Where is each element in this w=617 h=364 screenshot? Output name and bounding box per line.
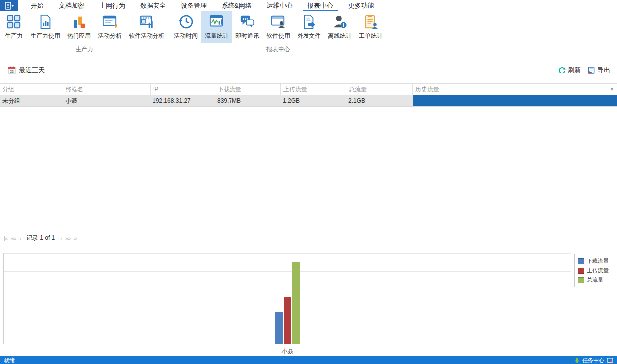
ribbon-item-label: 活动时间 — [174, 32, 198, 40]
next-page-button[interactable]: › — [60, 235, 62, 241]
last-page-button[interactable]: »| — [74, 235, 77, 241]
ribbon-item-label: 离线统计 — [328, 32, 352, 40]
tab-more-features[interactable]: 更多功能 — [341, 0, 382, 11]
traffic-table: 分组 终端名 IP 下载流量 上传流量 总流量 历史流量 ▼ 未分组 小聂 19… — [0, 83, 617, 107]
tab-doc-encryption[interactable]: 文档加密 — [51, 0, 92, 11]
svg-text:23: 23 — [10, 70, 14, 73]
ribbon-item-productivity[interactable]: 生产力 — [1, 11, 27, 43]
column-header-download[interactable]: 下载流量 — [215, 84, 280, 95]
ribbon-item-label: 流量统计 — [205, 32, 229, 40]
activity-time-icon — [177, 13, 194, 30]
column-header-total[interactable]: 总流量 — [346, 84, 412, 95]
tab-ops-center[interactable]: 运维中心 — [259, 0, 300, 11]
ribbon-item-traffic-stats[interactable]: 流量统计 — [201, 11, 232, 43]
tab-device-management[interactable]: 设备管理 — [173, 0, 214, 11]
cell-total: 2.1GB — [346, 95, 412, 106]
ribbon-item-label: 热门应用 — [67, 32, 91, 40]
productivity-usage-icon — [37, 13, 54, 30]
monitor-icon[interactable] — [607, 358, 613, 363]
ribbon-group-label: 生产力 — [1, 44, 168, 56]
calendar-icon: 23 — [8, 66, 16, 74]
pagination-bar: |« «« ‹ 记录 1 of 1 › »» »| — [0, 232, 617, 244]
task-center-label: 任务中心 — [582, 357, 604, 364]
table-header-row: 分组 终端名 IP 下载流量 上传流量 总流量 历史流量 ▼ — [0, 83, 617, 95]
chart-legend: 下载流量 上传流量 总流量 — [574, 254, 616, 287]
column-header-terminal[interactable]: 终端名 — [63, 84, 150, 95]
ribbon-group-report-center: 活动时间 流量统计 — [169, 11, 387, 56]
offline-stats-icon: i — [331, 13, 348, 30]
menu-tabs: 开始 文档加密 上网行为 数据安全 设备管理 系统&网络 运维中心 报表中心 更… — [23, 0, 382, 11]
task-center-button[interactable]: 任务中心 — [574, 357, 613, 364]
ribbon-group-productivity: 生产力 生产力使用 — [0, 11, 169, 56]
ribbon-item-software-activity-analysis[interactable]: 软件活动分析 — [125, 11, 168, 43]
column-header-ip[interactable]: IP — [150, 84, 215, 95]
cell-terminal: 小聂 — [63, 95, 150, 106]
fast-next-button[interactable]: »» — [65, 235, 70, 241]
work-order-stats-icon — [362, 13, 379, 30]
traffic-bar-chart: 小聂 下载流量 上传流量 总流量 — [0, 245, 617, 357]
column-header-upload[interactable]: 上传流量 — [280, 84, 346, 95]
date-range-button[interactable]: 23 最近三天 — [8, 66, 45, 74]
export-button[interactable]: 导出 — [588, 66, 610, 74]
cell-download: 839.7MB — [215, 95, 280, 106]
ribbon: 生产力 生产力使用 — [0, 11, 617, 56]
ribbon-item-label: 生产力 — [5, 32, 23, 40]
chart-category-label: 小聂 — [3, 347, 571, 356]
first-page-button[interactable]: |« — [4, 235, 7, 241]
activity-analysis-icon: ★ — [101, 13, 118, 30]
ribbon-item-activity-analysis[interactable]: ★ 活动分析 — [94, 11, 125, 43]
ribbon-item-productivity-usage[interactable]: 生产力使用 — [27, 11, 64, 43]
ribbon-item-software-usage[interactable]: 软件使用 — [263, 11, 294, 43]
menu-bar: 开始 文档加密 上网行为 数据安全 设备管理 系统&网络 运维中心 报表中心 更… — [0, 0, 617, 11]
bar-download — [275, 312, 283, 344]
download-arrow-icon — [574, 358, 580, 363]
cell-upload: 1.2GB — [280, 95, 346, 106]
tab-system-network[interactable]: 系统&网络 — [214, 0, 259, 11]
table-row[interactable]: 未分组 小聂 192.168.31.27 839.7MB 1.2GB 2.1GB — [0, 95, 617, 107]
ribbon-item-label: 软件使用 — [266, 32, 290, 40]
status-bar: 就绪 任务中心 — [0, 356, 617, 364]
cell-ip: 192.168.31.27 — [150, 95, 215, 106]
hot-apps-icon — [71, 13, 87, 30]
software-usage-icon — [270, 13, 287, 30]
status-text: 就绪 — [4, 357, 15, 364]
ribbon-item-instant-messaging[interactable]: 即时通讯 — [232, 11, 263, 43]
export-label: 导出 — [597, 66, 610, 74]
ribbon-item-hot-apps[interactable]: 热门应用 — [64, 11, 94, 43]
legend-item-upload: 上传流量 — [578, 267, 613, 274]
prev-page-button[interactable]: ‹ — [19, 235, 21, 241]
ribbon-item-label: 工单统计 — [359, 32, 383, 40]
software-activity-analysis-icon — [138, 13, 155, 30]
record-count-label: 记录 1 of 1 — [26, 234, 55, 242]
ribbon-item-work-order-stats[interactable]: 工单统计 — [355, 11, 386, 43]
fast-prev-button[interactable]: «« — [11, 235, 16, 241]
column-header-history[interactable]: 历史流量 — [412, 84, 617, 95]
column-header-group[interactable]: 分组 — [0, 84, 63, 95]
download-swatch-icon — [578, 258, 584, 264]
productivity-grid-icon — [5, 13, 22, 30]
traffic-stats-icon — [208, 13, 225, 30]
bar-upload — [284, 297, 291, 344]
outgoing-files-icon — [301, 13, 317, 30]
ribbon-item-activity-time[interactable]: 活动时间 — [170, 11, 201, 43]
ribbon-item-label: 软件活动分析 — [129, 32, 164, 40]
ribbon-item-outgoing-files[interactable]: 外发文件 — [294, 11, 324, 43]
svg-text:★: ★ — [114, 22, 118, 29]
tab-data-security[interactable]: 数据安全 — [133, 0, 173, 11]
date-range-label: 最近三天 — [19, 66, 45, 74]
instant-messaging-icon — [239, 13, 256, 30]
filter-toolbar: 23 最近三天 刷新 导出 — [0, 57, 617, 83]
ribbon-item-label: 外发文件 — [297, 32, 321, 40]
header-dropdown-arrow-icon[interactable]: ▼ — [610, 87, 614, 92]
tab-web-behavior[interactable]: 上网行为 — [92, 0, 133, 11]
ribbon-item-offline-stats[interactable]: i 离线统计 — [324, 11, 355, 43]
ribbon-item-label: 即时通讯 — [235, 32, 259, 40]
refresh-label: 刷新 — [568, 66, 581, 74]
export-icon — [588, 67, 595, 74]
refresh-button[interactable]: 刷新 — [558, 66, 581, 74]
cell-group: 未分组 — [0, 95, 63, 106]
app-menu-button[interactable] — [0, 0, 18, 11]
history-traffic-bar — [413, 95, 617, 106]
tab-home[interactable]: 开始 — [23, 0, 51, 11]
tab-report-center[interactable]: 报表中心 — [300, 0, 341, 11]
